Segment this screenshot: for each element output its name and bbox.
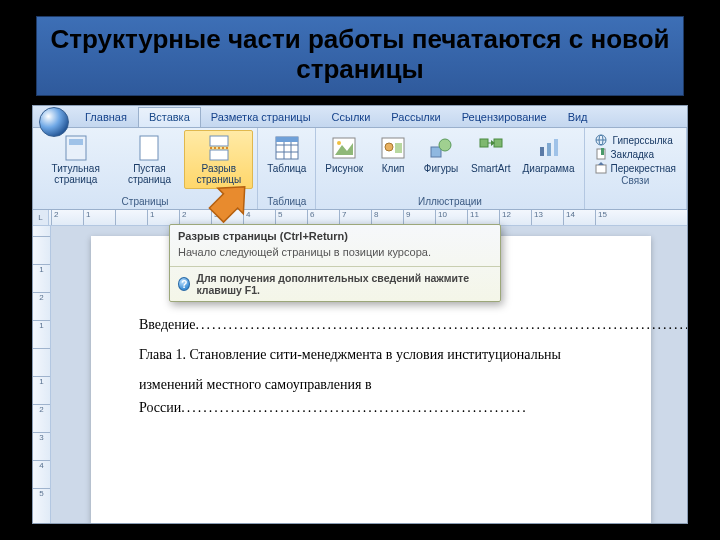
vruler-tick: 4 (33, 460, 50, 488)
toc-chapter1-text: Глава 1. Становление сити-менеджмента в … (139, 347, 561, 362)
group-links-title: Связи (589, 174, 682, 188)
ruler-corner: L (33, 210, 49, 226)
group-pages-title: Страницы (37, 195, 253, 209)
tab-home[interactable]: Главная (75, 108, 138, 127)
ribbon: Титульная страница Пустая страница Разры… (33, 128, 687, 210)
ruler-tick: 1 (83, 210, 115, 225)
tooltip-help-text: Для получения дополнительных сведений на… (196, 272, 492, 296)
ribbon-tabs: Главная Вставка Разметка страницы Ссылки… (33, 106, 687, 128)
ruler-tick (115, 210, 147, 225)
hyperlink-button[interactable]: Гиперссылка (595, 134, 676, 146)
ruler-tick: 5 (275, 210, 307, 225)
smartart-button[interactable]: SmartArt (466, 130, 515, 179)
picture-icon (330, 134, 358, 162)
ruler-tick: 4 (243, 210, 275, 225)
group-pages: Титульная страница Пустая страница Разры… (33, 128, 258, 209)
ruler-tick: 9 (403, 210, 435, 225)
svg-rect-2 (140, 136, 158, 160)
vruler-tick: 2 (33, 292, 50, 320)
tab-layout[interactable]: Разметка страницы (201, 108, 322, 127)
ruler-tick: 11 (467, 210, 499, 225)
vruler-tick: 1 (33, 376, 50, 404)
cover-page-icon (62, 134, 90, 162)
ruler-tick: 15 (595, 210, 627, 225)
vruler-tick (33, 236, 50, 264)
blank-page-label: Пустая страница (121, 164, 177, 185)
ruler-tick: 13 (531, 210, 563, 225)
ruler-tick: 10 (435, 210, 467, 225)
group-tables-title: Таблица (262, 195, 311, 209)
svg-point-16 (385, 143, 393, 151)
bookmark-icon (595, 148, 607, 160)
tab-view[interactable]: Вид (558, 108, 599, 127)
shapes-icon (427, 134, 455, 162)
cover-page-button[interactable]: Титульная страница (37, 130, 114, 189)
page-break-icon (205, 134, 233, 162)
tooltip-body: Начало следующей страницы в позиции курс… (170, 244, 500, 266)
ruler-tick: 3 (211, 210, 243, 225)
shapes-button[interactable]: Фигуры (418, 130, 464, 179)
group-tables: Таблица Таблица (258, 128, 316, 209)
crossref-button[interactable]: Перекрестная (595, 162, 676, 174)
svg-rect-32 (596, 165, 606, 173)
toc-dots: ........................................… (181, 400, 528, 415)
svg-rect-24 (540, 147, 544, 156)
svg-rect-21 (494, 139, 502, 147)
toc-chapter1-cont: изменений местного самоуправления в Росс… (139, 374, 603, 419)
cover-page-label: Титульная страница (42, 164, 109, 185)
ruler-tick: 2 (179, 210, 211, 225)
tooltip-help-row: ? Для получения дополнительных сведений … (170, 266, 500, 301)
toc-intro-text: Введение (139, 317, 195, 332)
svg-rect-25 (547, 143, 551, 156)
page-break-tooltip: Разрыв страницы (Ctrl+Return) Начало сле… (169, 224, 501, 302)
svg-rect-4 (210, 150, 228, 160)
toc-dots: ........................................… (195, 317, 688, 332)
smartart-icon (477, 134, 505, 162)
bookmark-button[interactable]: Закладка (595, 148, 676, 160)
ruler-tick: 12 (499, 210, 531, 225)
vruler-tick: 1 (33, 320, 50, 348)
group-illustrations: Рисунок Клип Фигуры (316, 128, 584, 209)
vruler-tick: 2 (33, 404, 50, 432)
group-illustrations-title: Иллюстрации (320, 195, 579, 209)
ruler-tick: 2 (51, 210, 83, 225)
smartart-label: SmartArt (471, 164, 510, 175)
clip-button[interactable]: Клип (370, 130, 416, 179)
tab-references[interactable]: Ссылки (322, 108, 382, 127)
picture-button[interactable]: Рисунок (320, 130, 368, 179)
shapes-label: Фигуры (424, 164, 458, 175)
crossref-icon (595, 162, 607, 174)
chart-label: Диаграмма (523, 164, 575, 175)
toc-intro-line: Введение................................… (139, 314, 603, 336)
blank-page-icon (135, 134, 163, 162)
crossref-label: Перекрестная (611, 163, 676, 174)
clip-icon (379, 134, 407, 162)
help-icon: ? (178, 277, 190, 291)
table-button[interactable]: Таблица (262, 130, 311, 179)
ruler-tick: 7 (339, 210, 371, 225)
table-icon (273, 134, 301, 162)
svg-rect-31 (601, 148, 604, 155)
svg-rect-3 (210, 136, 228, 146)
slide-title: Структурные части работы печатаются с но… (36, 16, 684, 96)
vruler-tick (33, 348, 50, 376)
ruler-tick: 6 (307, 210, 339, 225)
blank-page-button[interactable]: Пустая страница (116, 130, 182, 189)
svg-rect-20 (480, 139, 488, 147)
svg-marker-33 (598, 162, 604, 165)
svg-rect-26 (554, 139, 558, 156)
ruler-tick: 14 (563, 210, 595, 225)
table-label: Таблица (267, 164, 306, 175)
chart-icon (535, 134, 563, 162)
tab-review[interactable]: Рецензирование (452, 108, 558, 127)
svg-rect-11 (276, 137, 298, 142)
vertical-ruler[interactable]: 12112345 (33, 226, 51, 523)
ruler-tick: 1 (147, 210, 179, 225)
tab-insert[interactable]: Вставка (138, 107, 201, 127)
vruler-tick: 3 (33, 432, 50, 460)
svg-point-19 (439, 139, 451, 151)
chart-button[interactable]: Диаграмма (518, 130, 580, 179)
page-break-button[interactable]: Разрыв страницы (184, 130, 253, 189)
tab-mailings[interactable]: Рассылки (381, 108, 451, 127)
office-button[interactable] (39, 107, 69, 137)
